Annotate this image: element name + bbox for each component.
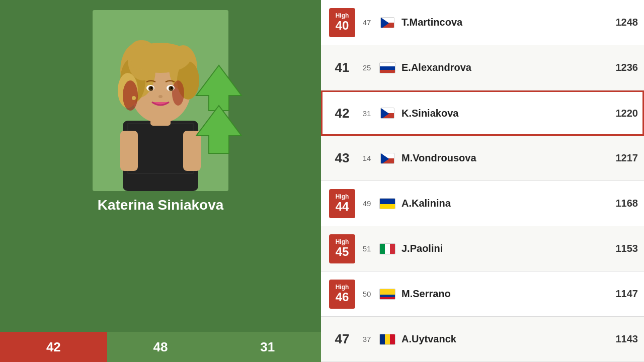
svg-point-14: [130, 43, 191, 73]
svg-point-25: [132, 96, 136, 100]
points-cell: 1217: [603, 152, 638, 164]
rank-cell: High 46: [327, 280, 357, 309]
high-number: 40: [336, 19, 349, 32]
player-name-cell: A.Uytvanck: [398, 333, 603, 345]
badge-prev1: 48: [107, 332, 214, 362]
svg-marker-27: [196, 106, 242, 153]
high-badge: High 45: [329, 234, 355, 263]
player-name-cell: A.Kalinina: [398, 198, 603, 209]
svg-point-20: [171, 87, 173, 89]
points-cell: 1236: [603, 62, 638, 73]
table-row: 4231K.Siniakova1220: [321, 90, 644, 136]
rank-cell: High 44: [327, 189, 357, 218]
player-name-cell: E.Alexandrova: [398, 62, 603, 73]
flag-cell: [376, 17, 398, 28]
high-label: High: [336, 284, 349, 291]
prev-rank: 14: [357, 154, 376, 162]
flag-cell: [376, 334, 398, 345]
flag-cell: [376, 198, 398, 209]
table-row: 4737A.Uytvanck1143: [321, 317, 644, 362]
high-label: High: [336, 12, 349, 19]
svg-point-12: [123, 80, 138, 111]
high-badge: High 46: [329, 280, 355, 309]
prev-rank: 49: [357, 199, 376, 208]
points-cell: 1220: [603, 108, 638, 119]
player-name-cell: J.Paolini: [398, 243, 603, 254]
high-number: 44: [336, 200, 349, 213]
table-row: High 40 47T.Martincova1248: [321, 0, 644, 45]
badge-current-rank: 42: [0, 332, 107, 362]
points-cell: 1143: [603, 333, 638, 345]
flag-cell: [376, 62, 398, 73]
rank-cell: High 40: [327, 8, 357, 37]
points-cell: 1147: [603, 288, 638, 300]
rank-number: 43: [335, 150, 350, 166]
left-panel: Katerina Siniakova 42 48 31: [0, 0, 321, 362]
rank-number: 47: [335, 331, 350, 347]
player-name-cell: K.Siniakova: [398, 108, 603, 119]
prev-rank: 25: [357, 63, 376, 72]
svg-rect-23: [120, 131, 138, 171]
svg-point-19: [150, 87, 152, 89]
table-row: High 45 51J.Paolini1153: [321, 226, 644, 272]
high-badge: High 40: [329, 8, 355, 37]
prev-rank: 50: [357, 290, 376, 298]
up-arrow: [186, 60, 252, 163]
points-cell: 1248: [603, 17, 638, 28]
table-row: 4125E.Alexandrova1236: [321, 45, 644, 90]
svg-marker-26: [196, 65, 242, 111]
prev-rank: 37: [357, 335, 376, 343]
player-name-cell: M.Vondrousova: [398, 152, 603, 164]
points-cell: 1168: [603, 198, 638, 209]
rank-cell: 41: [327, 60, 357, 75]
points-cell: 1153: [603, 243, 638, 254]
flag-cell: [376, 153, 398, 164]
high-number: 45: [336, 245, 349, 258]
high-label: High: [336, 193, 349, 200]
table-row: 4314M.Vondrousova1217: [321, 136, 644, 181]
rank-cell: 42: [327, 106, 357, 121]
prev-rank: 31: [357, 109, 376, 118]
high-label: High: [336, 238, 349, 245]
high-number: 46: [336, 291, 349, 304]
rank-cell: 43: [327, 150, 357, 166]
svg-point-13: [172, 80, 184, 106]
high-badge: High 44: [329, 189, 355, 218]
flag-cell: [376, 108, 398, 119]
badge-prev2: 31: [214, 332, 321, 362]
rank-number: 42: [335, 106, 350, 121]
bottom-badges: 42 48 31: [0, 332, 321, 362]
rank-number: 41: [335, 60, 350, 75]
prev-rank: 51: [357, 244, 376, 253]
table-row: High 46 50M.Serrano1147: [321, 272, 644, 317]
player-name-cell: T.Martincova: [398, 17, 603, 28]
table-row: High 44 49A.Kalinina1168: [321, 181, 644, 226]
prev-rank: 47: [357, 18, 376, 27]
flag-cell: [376, 289, 398, 300]
right-panel: High 40 47T.Martincova12484125E.Alexandr…: [321, 0, 644, 362]
player-name-cell: M.Serrano: [398, 288, 603, 300]
svg-point-21: [158, 95, 163, 98]
player-name: Katerina Siniakova: [98, 197, 224, 213]
rank-cell: 47: [327, 331, 357, 347]
rank-cell: High 45: [327, 234, 357, 263]
flag-cell: [376, 243, 398, 254]
